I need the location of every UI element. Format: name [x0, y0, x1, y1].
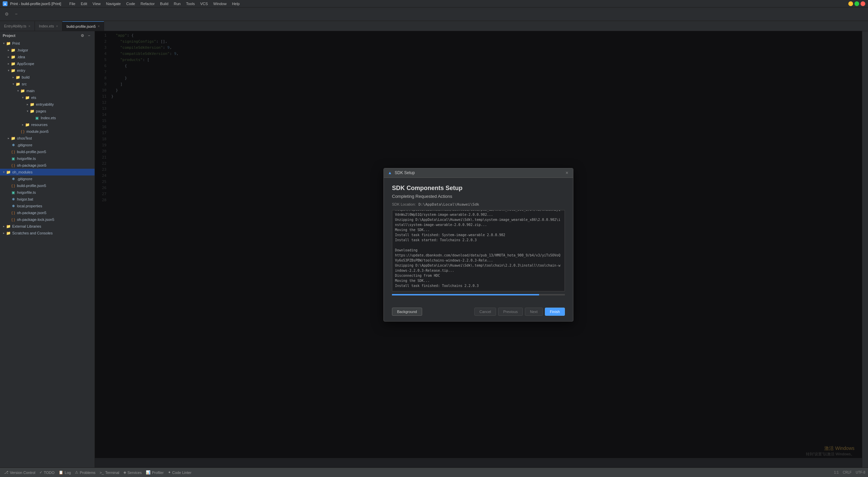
dialog-close-icon[interactable]: ×	[564, 170, 570, 175]
file-icon: { }	[11, 210, 16, 215]
status-encoding: UTF-8	[856, 471, 865, 474]
tree-item-index-ets[interactable]: ▸ ▣ Index.ets	[0, 115, 95, 121]
tree-item-gitignore2[interactable]: ▸ ✱ .gitignore	[0, 175, 95, 182]
tree-label: entry	[17, 68, 25, 72]
status-services[interactable]: ◈ Services	[122, 470, 143, 475]
tree-item-build-profile2[interactable]: ▸ { } build-profile.json5	[0, 182, 95, 189]
tree-item-ohostest[interactable]: ▸ 📁 ohosTest	[0, 135, 95, 142]
menu-window[interactable]: Window	[211, 1, 229, 6]
menu-edit[interactable]: Edit	[78, 1, 90, 6]
tab-buildprofile-close[interactable]: ×	[98, 24, 100, 28]
log-line: https://update.dbankodn.com/download/dat…	[395, 210, 562, 217]
tree-item-ets[interactable]: ▾ 📁 ets	[0, 94, 95, 101]
previous-button[interactable]: Previous	[498, 308, 523, 316]
status-todo[interactable]: ✓ TODO	[38, 470, 56, 475]
arrow-icon: ▸	[6, 61, 11, 66]
status-problems[interactable]: ⚠ Problems	[74, 470, 97, 475]
collapse-button[interactable]: −	[12, 10, 20, 18]
tree-item-entry[interactable]: ▾ 📁 entry	[0, 67, 95, 74]
sidebar-collapse-icon[interactable]: −	[86, 33, 92, 38]
status-log[interactable]: 📋 Log	[57, 470, 72, 475]
log-area[interactable]: Install task finished: Previewer 2.2.0.3…	[392, 210, 565, 291]
status-version-control[interactable]: ⎇ Version Control	[3, 470, 37, 475]
progress-bar-fill	[392, 294, 539, 295]
tree-item-pages[interactable]: ▾ 📁 pages	[0, 108, 95, 115]
tree-item-hvigorfile2[interactable]: ▸ ▣ hvigorfile.ts	[0, 189, 95, 196]
folder-icon: 📁	[20, 88, 25, 93]
tab-buildprofile[interactable]: build-profile.json5 ×	[62, 21, 104, 31]
status-codelinter[interactable]: ✦ Code Linter	[166, 470, 193, 475]
next-button[interactable]: Next	[525, 308, 543, 316]
folder-icon: 📁	[6, 170, 11, 174]
cancel-button[interactable]: Cancel	[474, 308, 496, 316]
tree-item-build[interactable]: ▸ 📁 build	[0, 74, 95, 81]
minimize-button[interactable]: −	[848, 1, 853, 6]
status-profiler[interactable]: 📊 Profiler	[144, 470, 165, 475]
folder-icon: 📁	[25, 122, 30, 127]
sidebar-settings-icon[interactable]: ⚙	[80, 33, 85, 38]
tree-item-oh-package[interactable]: ▸ { } oh-package.json5	[0, 162, 95, 169]
menu-run[interactable]: Run	[171, 1, 183, 6]
folder-icon: 📁	[25, 95, 30, 100]
menu-navigate[interactable]: Navigate	[103, 1, 123, 6]
menu-refactor[interactable]: Refactor	[138, 1, 157, 6]
tree-item-oh-package-lock[interactable]: ▸ { } oh-package-lock.json5	[0, 216, 95, 223]
menu-help[interactable]: Help	[229, 1, 242, 6]
tree-item-build-profile[interactable]: ▸ { } build-profile.json5	[0, 148, 95, 155]
tree-item-hvigor[interactable]: ▸ 📁 .hvigor	[0, 47, 95, 54]
tab-index-close[interactable]: ×	[56, 24, 58, 28]
tree-item-hvigor2[interactable]: ▸ ✱ hvigor.bat	[0, 196, 95, 203]
tree-label: External Libraries	[12, 224, 41, 228]
finish-button[interactable]: Finish	[545, 308, 565, 316]
tree-item-print[interactable]: ▾ 📁 Print	[0, 40, 95, 47]
tree-item-appscope[interactable]: ▸ 📁 AppScope	[0, 60, 95, 67]
status-terminal[interactable]: >_ Terminal	[98, 470, 121, 475]
tree-item-oh-modules[interactable]: ▾ 📁 oh_modules	[0, 169, 95, 175]
todo-label: TODO	[44, 471, 55, 475]
close-button[interactable]: ×	[861, 1, 865, 6]
tree-label: main	[26, 89, 35, 93]
tab-entryability[interactable]: EntryAbility.ts ×	[0, 21, 35, 31]
services-icon: ◈	[123, 470, 126, 475]
log-line: Moving the SDK...	[395, 278, 562, 283]
menu-view[interactable]: View	[90, 1, 103, 6]
tree-item-scratches[interactable]: ▸ 📁 Scratches and Consoles	[0, 230, 95, 236]
menu-build[interactable]: Build	[157, 1, 171, 6]
menu-vcs[interactable]: VCS	[197, 1, 211, 6]
problems-icon: ⚠	[75, 470, 78, 475]
tree-item-external-libs[interactable]: ▸ 📁 External Libraries	[0, 223, 95, 230]
menu-code[interactable]: Code	[123, 1, 138, 6]
log-line: Unzipping D:\AppData\Local\Huawei\Sdk\.t…	[395, 263, 562, 273]
arrow-icon: ▾	[6, 68, 11, 73]
file-icon: ✱	[11, 177, 16, 181]
tree-item-oh-package2[interactable]: ▸ { } oh-package.json5	[0, 209, 95, 216]
tree-item-gitignore[interactable]: ▸ ✱ .gitignore	[0, 142, 95, 148]
maximize-button[interactable]: +	[854, 1, 859, 6]
status-right: 1:1 CRLF UTF-8	[834, 471, 865, 474]
arrow-icon: ▸	[20, 122, 25, 127]
settings-button[interactable]: ⚙	[3, 10, 11, 18]
app-icon: ▲	[3, 1, 7, 6]
tab-index[interactable]: Index.ets ×	[35, 21, 62, 31]
tree-item-idea[interactable]: ▸ 📁 .idea	[0, 54, 95, 60]
menu-file[interactable]: File	[66, 1, 78, 6]
background-button[interactable]: Background	[392, 308, 422, 316]
menu-tools[interactable]: Tools	[183, 1, 198, 6]
tree-item-src[interactable]: ▾ 📁 src	[0, 81, 95, 87]
tree-item-local-props[interactable]: ▸ ✱ local.properties	[0, 203, 95, 209]
log-icon: 📋	[59, 470, 63, 475]
sdk-location-row: SDK Location: D:\AppData\Local\Huawei\Sd…	[392, 202, 565, 207]
folder-icon: 📁	[30, 109, 35, 113]
tree-label: .gitignore	[17, 143, 32, 147]
menu-bar: ▲ Print - build-profile.json5 [Print] Fi…	[0, 0, 868, 7]
tree-label: .idea	[17, 55, 25, 59]
arrow-icon: ▾	[1, 41, 6, 46]
tree-item-entryability[interactable]: ▸ 📁 entryability	[0, 101, 95, 108]
tree-item-main[interactable]: ▾ 📁 main	[0, 87, 95, 94]
tree-item-hvigorfile[interactable]: ▸ ▣ hvigorfile.ts	[0, 155, 95, 162]
tree-item-resources[interactable]: ▸ 📁 resources	[0, 121, 95, 128]
problems-label: Problems	[80, 471, 95, 475]
tab-entryability-close[interactable]: ×	[28, 24, 31, 28]
tree-item-module-json[interactable]: ▸ { } module.json5	[0, 128, 95, 135]
arrow-icon: ▸	[1, 224, 6, 229]
